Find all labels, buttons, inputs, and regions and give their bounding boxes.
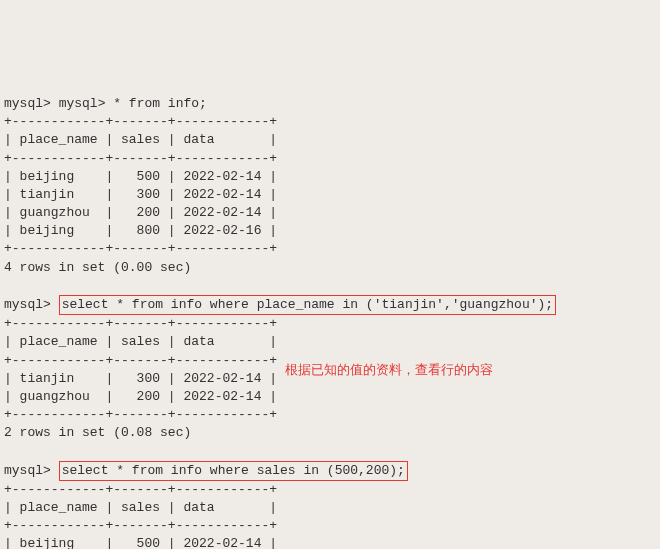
table-header: | place_name | sales | data |: [4, 334, 277, 349]
divider: +------------+-------+------------+: [4, 241, 277, 256]
divider: +------------+-------+------------+: [4, 407, 277, 422]
divider: +------------+-------+------------+: [4, 151, 277, 166]
table-header: | place_name | sales | data |: [4, 500, 277, 515]
result-footer: 4 rows in set (0.00 sec): [4, 260, 191, 275]
divider: +------------+-------+------------+: [4, 114, 277, 129]
table-row: | tianjin | 300 | 2022-02-14 |: [4, 187, 277, 202]
annotation-text: 根据已知的值的资料，查看行的内容: [285, 361, 493, 379]
prompt-line: mysql> select * from info where sales in…: [4, 463, 408, 478]
prompt-line: mysql> mysql> * from info;: [4, 96, 207, 111]
table-with-annotation: +------------+-------+------------+ | pl…: [4, 315, 656, 424]
table-row: | beijing | 800 | 2022-02-16 |: [4, 223, 277, 238]
result-footer: 2 rows in set (0.08 sec): [4, 425, 191, 440]
divider: +------------+-------+------------+: [4, 518, 277, 533]
divider: +------------+-------+------------+: [4, 353, 277, 368]
table-row: | tianjin | 300 | 2022-02-14 |: [4, 371, 277, 386]
table-row: | guangzhou | 200 | 2022-02-14 |: [4, 205, 277, 220]
divider: +------------+-------+------------+: [4, 482, 277, 497]
table-row: | beijing | 500 | 2022-02-14 |: [4, 169, 277, 184]
prompt-line: mysql> select * from info where place_na…: [4, 297, 556, 312]
table-row: | beijing | 500 | 2022-02-14 |: [4, 536, 277, 549]
query-highlight: select * from info where sales in (500,2…: [59, 461, 408, 481]
terminal-output: mysql> mysql> * from info; +------------…: [0, 73, 660, 549]
divider: +------------+-------+------------+: [4, 316, 277, 331]
table-header: | place_name | sales | data |: [4, 132, 277, 147]
query-highlight: select * from info where place_name in (…: [59, 295, 556, 315]
table-row: | guangzhou | 200 | 2022-02-14 |: [4, 389, 277, 404]
